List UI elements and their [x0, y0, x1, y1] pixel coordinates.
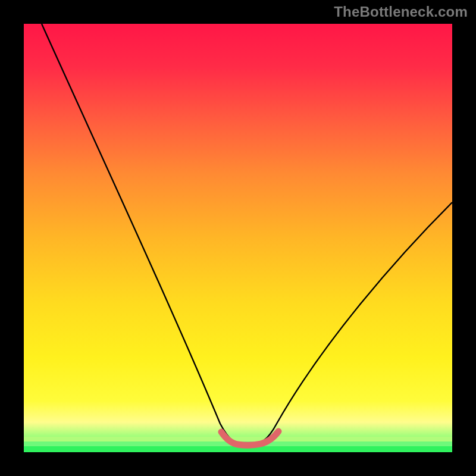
chart-canvas: TheBottleneck.com — [0, 0, 476, 476]
watermark-text: TheBottleneck.com — [334, 4, 468, 20]
gradient-band-lightgreen — [24, 441, 452, 446]
plot-area — [24, 24, 452, 452]
frame-left — [0, 0, 24, 476]
frame-bottom — [0, 452, 476, 476]
gradient-band-yellowgreen — [24, 437, 452, 441]
frame-right — [452, 0, 476, 476]
gradient-band-green — [24, 446, 452, 452]
